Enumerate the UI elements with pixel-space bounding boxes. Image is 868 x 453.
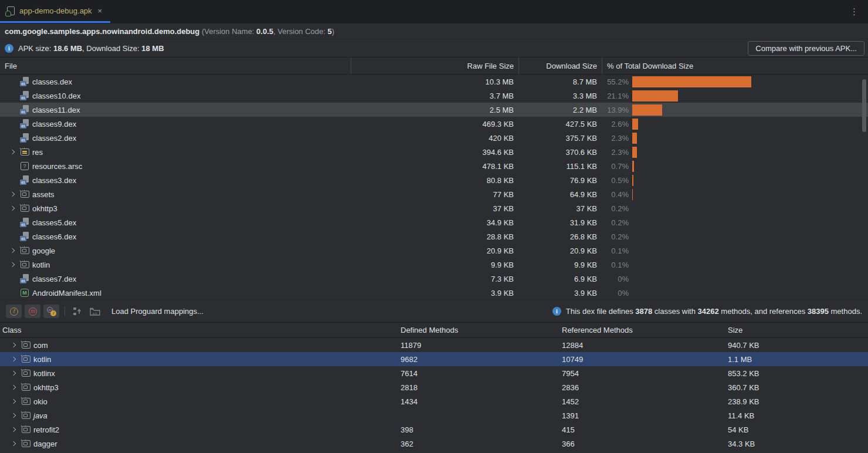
chevron-slot[interactable] — [8, 371, 18, 375]
vertical-scrollbar[interactable] — [862, 79, 866, 132]
chevron-slot[interactable] — [8, 357, 18, 361]
chevron-right-icon — [9, 248, 14, 253]
chevron-slot[interactable] — [8, 386, 18, 389]
file-table-body: 01classes.dex10.3 MB8.7 MB55.2%01classes… — [0, 75, 868, 300]
file-name: AndroidManifest.xml — [32, 289, 101, 298]
column-header-size[interactable]: Size — [726, 326, 868, 334]
defined-methods: 11879 — [399, 341, 560, 350]
chevron-slot[interactable] — [8, 400, 18, 403]
raw-file-size: 34.9 KB — [351, 218, 518, 227]
file-table-row[interactable]: 01classes7.dex7.3 KB6.9 KB0% — [0, 272, 868, 286]
class-table-row[interactable]: java139111.4 KB — [0, 408, 868, 422]
file-table-row[interactable]: ?resources.arsc478.1 KB115.1 KB0.7% — [0, 159, 868, 173]
class-table-row[interactable]: okhttp328182836360.7 KB — [0, 380, 868, 394]
file-table-row[interactable]: 01classes2.dex420 KB375.7 KB2.3% — [0, 131, 868, 145]
sort-tree-icon — [73, 306, 83, 316]
dex-file-icon: 01 — [20, 91, 29, 100]
file-table-row[interactable]: 01classes6.dex28.8 KB26.8 KB0.2% — [0, 229, 868, 244]
chevron-slot[interactable] — [7, 249, 17, 252]
info-icon: i — [5, 44, 13, 53]
raw-file-size: 469.3 KB — [351, 120, 518, 129]
dex-references-count: 38395 — [808, 307, 829, 316]
file-table-row[interactable]: google20.9 KB20.9 KB0.1% — [0, 244, 868, 258]
class-table-row[interactable]: kotlin9682107491.1 MB — [0, 352, 868, 366]
file-name: classes9.dex — [32, 120, 76, 129]
show-references-toggle[interactable]: m f — [43, 305, 59, 318]
version-name-label: (Version Name: — [199, 27, 256, 36]
class-size: 238.9 KB — [726, 397, 868, 406]
file-table-row[interactable]: 01classes5.dex34.9 KB31.9 KB0.2% — [0, 215, 868, 229]
close-icon[interactable]: × — [97, 6, 104, 16]
chevron-slot[interactable] — [8, 414, 18, 417]
file-table-row[interactable]: res394.6 KB370.6 KB2.3% — [0, 145, 868, 159]
download-size: 2.2 MB — [518, 106, 602, 114]
class-table-body: com1187912884940.7 KBkotlin9682107491.1 … — [0, 338, 868, 451]
tab-apk-file[interactable]: app-demo-debug.apk × — [0, 0, 110, 23]
load-proguard-mappings-label[interactable]: Load Proguard mappings... — [111, 307, 204, 316]
chevron-slot[interactable] — [7, 263, 17, 266]
download-size: 20.9 KB — [518, 246, 602, 255]
chevron-right-icon — [9, 262, 14, 267]
referenced-methods: 7954 — [560, 369, 726, 378]
file-name: resources.arsc — [32, 162, 82, 171]
show-methods-toggle[interactable]: m — [25, 305, 40, 318]
chevron-slot[interactable] — [7, 192, 17, 196]
file-table-row[interactable]: 01classes9.dex469.3 KB427.5 KB2.6% — [0, 117, 868, 131]
defined-methods: 362 — [399, 440, 560, 448]
column-header-download-size[interactable]: Download Size — [518, 58, 602, 74]
class-table-row[interactable]: dagger36236634.3 KB — [0, 437, 868, 451]
class-table-row[interactable]: okio14341452238.9 KB — [0, 394, 868, 408]
class-table-row[interactable]: retrofit239841554 KB — [0, 422, 868, 437]
raw-file-size: 9.9 KB — [351, 261, 518, 269]
column-header-pct-total-download[interactable]: % of Total Download Size — [602, 58, 868, 74]
class-size: 1.1 MB — [726, 355, 868, 364]
download-pct: 55.2% — [602, 77, 629, 86]
class-package-name: java — [33, 411, 48, 420]
column-header-class[interactable]: Class — [0, 326, 399, 334]
file-table-row[interactable]: 01classes11.dex2.5 MB2.2 MB13.9% — [0, 103, 868, 117]
kebab-menu-icon[interactable]: ⋮ — [850, 6, 859, 17]
download-pct-bar — [632, 147, 637, 158]
raw-file-size: 3.7 MB — [351, 92, 518, 100]
raw-file-size: 77 KB — [351, 190, 518, 199]
package-name: com.google.samples.apps.nowinandroid.dem… — [5, 27, 199, 36]
defined-methods: 2818 — [399, 383, 560, 392]
sort-tree-button[interactable] — [70, 305, 84, 318]
chevron-slot[interactable] — [7, 207, 17, 210]
class-table-row[interactable]: kotlinx76147954853.2 KB — [0, 366, 868, 380]
class-table-row[interactable]: com1187912884940.7 KB — [0, 338, 868, 352]
download-size: 3.9 KB — [518, 289, 602, 298]
chevron-slot[interactable] — [8, 343, 18, 347]
file-table-row[interactable]: MAndroidManifest.xml3.9 KB3.9 KB0% — [0, 286, 868, 300]
chevron-slot[interactable] — [8, 442, 18, 445]
column-header-defined-methods[interactable]: Defined Methods — [399, 326, 560, 334]
raw-file-size: 394.6 KB — [351, 148, 518, 157]
file-table-row[interactable]: kotlin9.9 KB9.9 KB0.1% — [0, 258, 868, 272]
file-table-row[interactable]: okhttp337 KB37 KB0.2% — [0, 201, 868, 215]
column-header-file[interactable]: File — [0, 58, 351, 74]
load-mappings-folder-button[interactable]: a.b — [88, 305, 102, 318]
compare-previous-apk-button[interactable]: Compare with previous APK... — [748, 41, 864, 56]
column-header-referenced-methods[interactable]: Referenced Methods — [560, 326, 726, 334]
download-pct: 0.2% — [602, 218, 629, 227]
folder-icon — [21, 205, 29, 212]
apk-file-icon — [7, 6, 15, 15]
file-table-header: File Raw File Size Download Size % of To… — [0, 57, 868, 75]
file-table-row[interactable]: 01classes3.dex80.8 KB76.9 KB0.5% — [0, 173, 868, 187]
editor-tab-bar: app-demo-debug.apk × ⋮ — [0, 0, 868, 23]
file-table-row[interactable]: assets77 KB64.9 KB0.4% — [0, 187, 868, 201]
version-suffix: ) — [332, 27, 334, 36]
column-header-raw-file-size[interactable]: Raw File Size — [351, 58, 518, 74]
raw-file-size: 7.3 KB — [351, 275, 518, 283]
chevron-slot[interactable] — [8, 428, 18, 431]
class-table-header: Class Defined Methods Referenced Methods… — [0, 322, 868, 338]
methods-icon: m — [29, 307, 37, 316]
show-fields-toggle[interactable]: f — [6, 305, 22, 318]
folder-icon — [21, 247, 29, 254]
chevron-slot[interactable] — [7, 150, 17, 154]
referenced-methods: 12884 — [560, 341, 726, 350]
file-table-row[interactable]: 01classes.dex10.3 MB8.7 MB55.2% — [0, 75, 868, 89]
referenced-methods: 1391 — [560, 411, 726, 420]
download-size: 375.7 KB — [518, 134, 602, 143]
file-table-row[interactable]: 01classes10.dex3.7 MB3.3 MB21.1% — [0, 89, 868, 103]
